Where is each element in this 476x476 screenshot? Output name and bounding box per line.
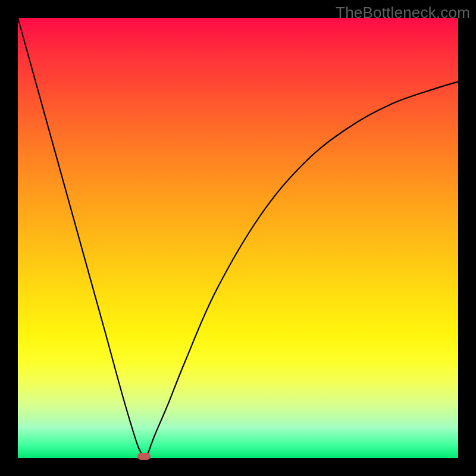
minimum-marker (137, 453, 151, 460)
watermark-label: TheBottleneck.com (336, 4, 470, 22)
plot-area (18, 18, 458, 458)
bottleneck-curve (18, 18, 458, 458)
chart-container: TheBottleneck.com (0, 0, 476, 476)
